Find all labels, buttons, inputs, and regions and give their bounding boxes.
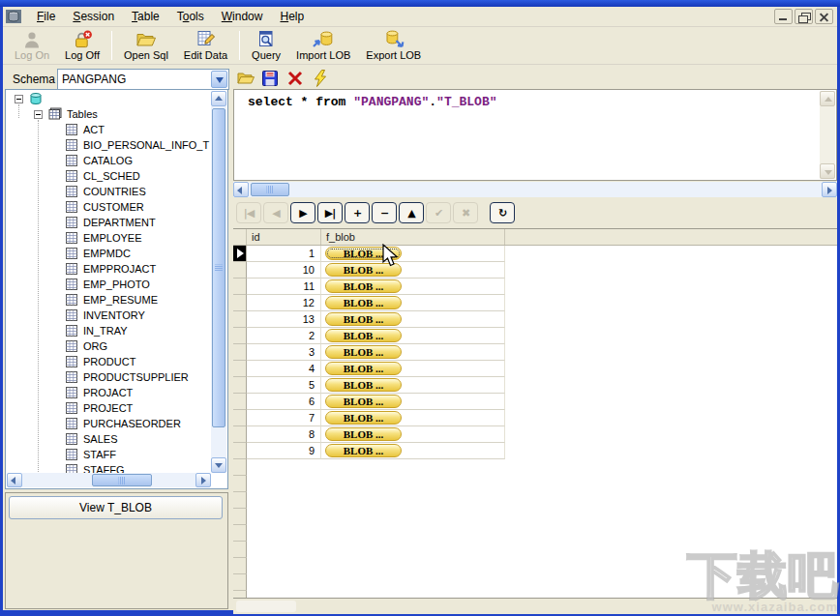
scrollbar-thumb[interactable] (92, 474, 152, 486)
blob-cell-button[interactable]: BLOB ... (325, 329, 402, 342)
table-row[interactable]: 3BLOB ... (233, 344, 837, 361)
table-row[interactable]: 10BLOB ... (233, 262, 837, 279)
tables-icon (48, 107, 62, 121)
table-row[interactable]: 2BLOB ... (233, 328, 837, 344)
row-indicator (233, 377, 247, 394)
blob-cell-button[interactable]: BLOB ... (325, 378, 402, 392)
scroll-down-button (820, 163, 835, 179)
sql-statement: select * from "PANGPANG"."T_BLOB" (248, 95, 497, 109)
table-icon (65, 200, 78, 214)
table-icon (65, 308, 78, 322)
table-icon (65, 231, 78, 245)
database-icon (29, 92, 43, 105)
table-row[interactable]: 9BLOB ... (233, 443, 837, 459)
next-record-button[interactable]: ▶ (290, 202, 315, 223)
export-lob-button[interactable]: Export LOB (358, 27, 429, 64)
last-record-button[interactable]: ▶| (317, 202, 343, 223)
menu-window[interactable]: Window (213, 8, 272, 25)
import-lob-button[interactable]: Import LOB (288, 27, 358, 64)
edit-grid-icon (195, 30, 216, 48)
table-row[interactable]: 8BLOB ... (233, 426, 837, 443)
scrollbar-thumb[interactable] (251, 183, 289, 196)
left-bottom-panel: View T_BLOB (5, 492, 228, 609)
view-table-button[interactable]: View T_BLOB (9, 496, 223, 519)
table-row[interactable]: 4BLOB ... (233, 361, 837, 377)
tree-node-database[interactable] (7, 91, 211, 106)
query-button[interactable]: Query (244, 27, 288, 64)
blob-cell-button[interactable]: BLOB ... (325, 444, 402, 457)
menu-table[interactable]: Table (123, 8, 168, 25)
scroll-up-button (820, 91, 835, 106)
open-sql-button[interactable]: Open Sql (116, 27, 176, 64)
menu-tools[interactable]: Tools (168, 8, 213, 25)
scrollbar-thumb[interactable] (212, 108, 225, 427)
blob-cell-button[interactable]: BLOB ... (325, 362, 402, 375)
empty-row (233, 558, 837, 574)
column-header-id[interactable]: id (247, 229, 321, 245)
scroll-left-button[interactable] (7, 473, 22, 487)
blob-cell-button[interactable]: BLOB ... (325, 296, 402, 309)
table-row[interactable]: 13BLOB ... (233, 311, 837, 328)
editor-horizontal-scrollbar[interactable] (233, 182, 837, 197)
scroll-left-button[interactable] (233, 182, 249, 197)
open-file-button[interactable] (236, 69, 255, 88)
refresh-button[interactable]: ↻ (490, 202, 515, 223)
row-indicator (233, 279, 247, 295)
collapse-icon[interactable] (15, 95, 23, 103)
delete-record-button[interactable]: − (372, 202, 397, 223)
collapse-icon[interactable] (34, 110, 43, 119)
minimize-button[interactable] (774, 9, 793, 24)
scroll-right-button[interactable] (822, 182, 837, 197)
table-icon (65, 386, 78, 399)
blob-cell-button[interactable]: BLOB ... (325, 279, 402, 293)
scroll-up-button[interactable] (211, 91, 226, 106)
menu-help[interactable]: Help (271, 8, 313, 25)
delete-button[interactable] (285, 69, 305, 88)
blob-cell-button[interactable]: BLOB ... (325, 312, 402, 326)
chevron-down-icon[interactable] (211, 71, 227, 88)
table-row[interactable]: 7BLOB ... (233, 410, 837, 426)
table-icon (65, 432, 78, 446)
tree-horizontal-scrollbar[interactable] (7, 473, 211, 487)
schema-label: Schema (13, 73, 55, 86)
log-off-button[interactable]: Log Off (57, 27, 107, 64)
post-edit-button: ✔ (426, 202, 451, 223)
schema-combobox[interactable]: PANGPANG (57, 69, 229, 90)
edit-record-button[interactable]: ▲ (399, 202, 424, 223)
edit-data-button[interactable]: Edit Data (176, 27, 235, 64)
table-row[interactable]: 5BLOB ... (233, 377, 837, 394)
sql-editor[interactable]: select * from "PANGPANG"."T_BLOB" (233, 89, 837, 181)
table-row[interactable]: 11BLOB ... (233, 279, 837, 295)
row-indicator (233, 361, 247, 377)
column-header-f-blob[interactable]: f_blob (321, 229, 505, 245)
table-icon (65, 293, 78, 307)
grid-horizontal-scrollbar[interactable] (233, 598, 837, 614)
tree-vertical-scrollbar[interactable] (211, 91, 226, 473)
menu-session[interactable]: Session (64, 8, 123, 25)
cancel-edit-button: ✖ (453, 202, 478, 223)
empty-row (233, 476, 837, 492)
row-indicator-header (233, 229, 247, 245)
restore-button[interactable] (795, 9, 813, 24)
save-button[interactable] (260, 69, 280, 88)
blob-cell-button[interactable]: BLOB ... (325, 345, 402, 359)
editor-vertical-scrollbar[interactable] (820, 91, 835, 179)
scroll-right-button[interactable] (195, 473, 211, 487)
blob-cell-button[interactable]: BLOB ... (325, 395, 402, 408)
table-icon (65, 355, 78, 368)
blob-cell-button[interactable]: BLOB ... (325, 427, 402, 441)
table-row[interactable]: 1BLOB ... (233, 246, 837, 262)
close-button[interactable] (815, 9, 833, 24)
result-grid: id f_blob 1BLOB ... 10BLOB ... 11BLOB ..… (233, 228, 837, 598)
table-row[interactable]: 6BLOB ... (233, 394, 837, 410)
insert-record-button[interactable]: + (345, 202, 370, 223)
table-row[interactable]: 12BLOB ... (233, 295, 837, 311)
window-titlebar[interactable] (0, 0, 840, 7)
scroll-down-button[interactable] (211, 457, 226, 473)
execute-button[interactable] (311, 69, 330, 88)
table-icon (65, 463, 78, 473)
row-indicator (233, 410, 247, 426)
window-content: File Session Table Tools Window Help Log… (3, 7, 837, 610)
blob-cell-button[interactable]: BLOB ... (325, 411, 402, 425)
menu-file[interactable]: File (28, 8, 64, 25)
